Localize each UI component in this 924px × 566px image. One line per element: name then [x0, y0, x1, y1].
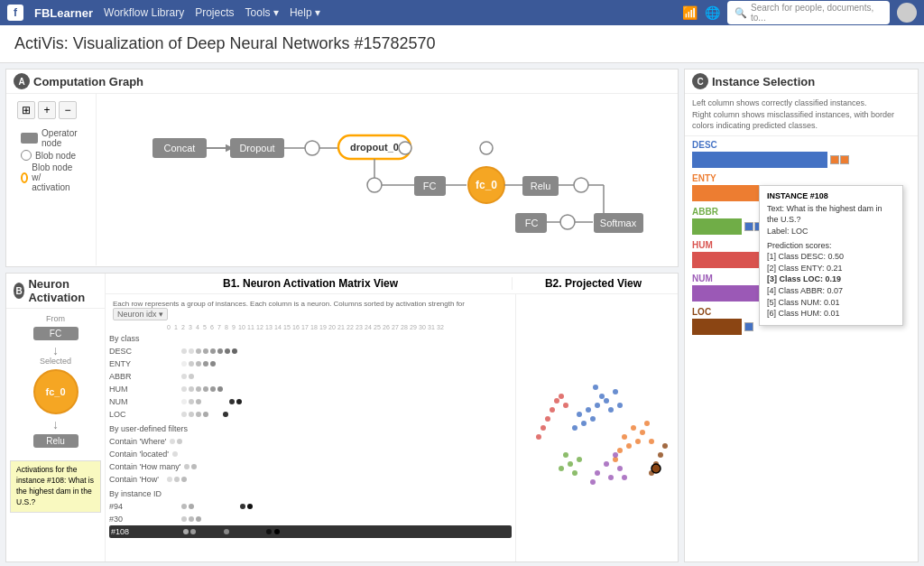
svg-point-1 — [586, 407, 591, 413]
arrow-down-1: ↓ — [14, 344, 97, 357]
activation-note: Activations for the instance #108: What … — [10, 460, 101, 513]
svg-point-42 — [658, 452, 663, 458]
zoom-in-btn[interactable]: + — [38, 101, 56, 119]
blob-top-2 — [480, 142, 493, 154]
tooltip-score-4: [4] Class ABBR: 0.07 — [767, 285, 895, 297]
nav-workflow[interactable]: Workflow Library — [104, 6, 184, 19]
topnav-right: 📶 🌐 🔍 Search for people, documents, to..… — [682, 1, 917, 24]
instance-area: DESC ENTY — [685, 136, 918, 561]
matrix-row-abbr: ABBR — [109, 370, 512, 383]
matrix-row-filter4: Contain 'How' — [109, 473, 512, 486]
by-instance-label: By instance ID — [109, 489, 512, 498]
desc-correct-bar — [692, 152, 827, 168]
computation-graph-svg: Concat Dropout dropout_0 — [100, 97, 674, 247]
section-b-title: Neuron Activation — [28, 277, 97, 304]
loc-misc-sq — [744, 322, 753, 331]
svg-point-5 — [599, 394, 605, 399]
desc-right: Right column shows misclassified instanc… — [692, 109, 910, 132]
desc-left: Left column shows correctly classified i… — [692, 97, 910, 109]
desc-misc-area — [830, 155, 866, 164]
graph-area: Concat Dropout dropout_0 — [97, 94, 678, 247]
svg-point-23 — [563, 452, 568, 458]
section-b-sidebar: B Neuron Activation From FC ↓ Selected f… — [6, 274, 106, 561]
section-b-badge: B — [14, 283, 24, 299]
instance-tooltip: INSTANCE #108 Text: What is the highest … — [759, 185, 903, 326]
brand-name[interactable]: FBLearner — [34, 6, 93, 20]
legend: Operator node Blob node Blob node w/ act… — [10, 123, 92, 198]
concat-label: Concat — [164, 143, 196, 153]
svg-point-18 — [617, 448, 623, 453]
scatter-plot — [515, 294, 678, 561]
svg-point-44 — [662, 443, 668, 449]
signal-icon: 📶 — [682, 5, 698, 20]
svg-point-28 — [545, 416, 550, 422]
blob-top-1 — [399, 142, 411, 154]
svg-point-3 — [590, 416, 596, 422]
tooltip-scores-title: Prediction scores: — [767, 240, 895, 252]
abbr-misc-sq — [744, 222, 753, 231]
matrix-row-filter3: Contain 'How many' — [109, 460, 512, 473]
search-icon: 🔍 — [735, 7, 747, 19]
expand-btn[interactable]: ⊞ — [17, 101, 35, 119]
section-c-header: C Instance Selection — [685, 70, 918, 94]
nav-projects[interactable]: Projects — [195, 6, 234, 19]
section-c: C Instance Selection Left column shows c… — [684, 69, 919, 562]
nav-tools[interactable]: Tools ▾ — [245, 6, 279, 19]
svg-point-14 — [631, 425, 636, 431]
matrix-row-filter1: Contain 'Where' — [109, 435, 512, 448]
tooltip-label: Label: LOC — [767, 226, 895, 237]
svg-point-9 — [613, 389, 618, 394]
row-label-loc: LOC — [109, 410, 163, 419]
matrix-row-inst3-selected[interactable]: #108 — [109, 525, 512, 538]
left-panel: A Computation Graph ⊞ + − Operator node — [0, 63, 684, 566]
matrix-desc: Each row represents a group of instances… — [109, 298, 512, 322]
legend-operator-label: Operator node — [42, 128, 81, 148]
matrix-row-inst2: #30 — [109, 513, 512, 525]
section-a-header: A Computation Graph — [6, 70, 678, 94]
svg-point-39 — [590, 479, 596, 485]
svg-point-33 — [563, 403, 568, 408]
svg-point-29 — [554, 398, 559, 404]
fc-from-node[interactable]: FC — [33, 327, 79, 340]
svg-point-2 — [595, 403, 600, 408]
row-label-abbr: ABBR — [109, 372, 163, 381]
search-box[interactable]: 🔍 Search for people, documents, to... — [727, 1, 890, 24]
search-placeholder: Search for people, documents, to... — [751, 3, 882, 23]
blob-5 — [560, 215, 575, 229]
blob-3 — [574, 178, 588, 192]
nav-help[interactable]: Help ▾ — [290, 6, 320, 19]
svg-point-32 — [536, 434, 541, 440]
tooltip-score-1: [1] Class DESC: 0.50 — [767, 251, 895, 263]
graph-controls: ⊞ + − — [10, 97, 92, 123]
matrix-row-num: NUM — [109, 395, 512, 408]
blob-activation-icon — [21, 172, 28, 183]
col-headers: 0 1 2 3 4 5 6 7 8 9 10 11 12 — [165, 324, 512, 330]
fc0-label: fc_0 — [476, 179, 497, 191]
nav-links: Workflow Library Projects Tools ▾ Help ▾ — [104, 6, 320, 19]
softmax-label: Softmax — [600, 218, 637, 228]
main-layout: A Computation Graph ⊞ + − Operator node — [0, 63, 924, 566]
svg-point-4 — [577, 412, 582, 417]
by-filters-label: By user-defined filters — [109, 424, 512, 433]
section-a: A Computation Graph ⊞ + − Operator node — [5, 69, 679, 267]
svg-point-19 — [644, 421, 650, 426]
neuron-sort-label: Neuron idx — [117, 310, 157, 319]
neuron-sort-btn[interactable]: Neuron idx ▾ — [113, 308, 168, 320]
svg-point-31 — [559, 394, 564, 399]
svg-point-16 — [635, 439, 641, 444]
relu-label-1: Relu — [531, 181, 551, 191]
topnav: f FBLearner Workflow Library Projects To… — [0, 0, 924, 25]
svg-point-36 — [613, 452, 618, 458]
relu-to-node[interactable]: Relu — [33, 434, 79, 448]
dropout0-label: dropout_0 — [350, 142, 399, 153]
section-b-nodes: From FC ↓ Selected fc_0 ↓ Relu — [6, 309, 105, 457]
svg-point-25 — [559, 466, 564, 471]
section-a-title: Computation Graph — [33, 75, 143, 88]
avatar — [897, 3, 917, 23]
filter3-label: Contain 'How many' — [109, 462, 180, 471]
fc0-selected-node[interactable]: fc_0 — [33, 369, 79, 414]
row-label-num: NUM — [109, 397, 163, 406]
zoom-out-btn[interactable]: − — [59, 101, 77, 119]
matrix-row-hum: HUM — [109, 383, 512, 395]
loc-correct-bar — [692, 319, 742, 335]
